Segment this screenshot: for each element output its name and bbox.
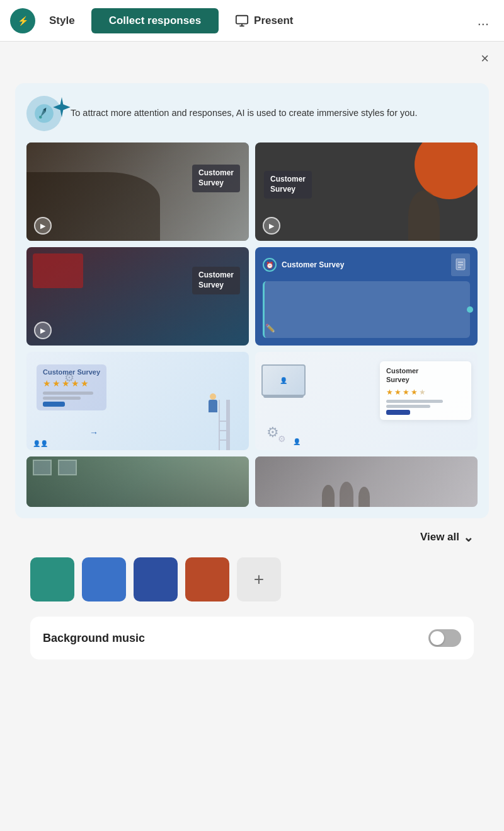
- template-card-8[interactable]: [255, 456, 478, 507]
- background-music-label: Background music: [43, 632, 145, 645]
- template-card-4[interactable]: ⏰ Customer Survey ✏️: [255, 247, 478, 346]
- monitor-illustration: 👤: [261, 364, 306, 396]
- template-card-7[interactable]: [26, 456, 249, 507]
- template-3-play-button[interactable]: ▶: [34, 322, 52, 339]
- template-1-overlay: CustomerSurvey: [26, 142, 249, 241]
- svg-rect-7: [456, 259, 465, 270]
- swatch-orange[interactable]: [185, 557, 229, 601]
- people-silhouettes: [322, 482, 370, 507]
- swatch-dark-blue[interactable]: [134, 557, 178, 601]
- template-2-overlay: CustomerSurvey: [255, 142, 478, 241]
- top-nav: ⚡ Style Collect responses Present ...: [0, 0, 504, 42]
- view-all-label: View all: [420, 531, 459, 543]
- template-card-1[interactable]: CustomerSurvey ▶: [26, 142, 249, 241]
- template-card-6[interactable]: 👤 CustomerSurvey ★ ★ ★ ★ ★: [255, 352, 478, 450]
- svg-point-6: [39, 115, 42, 119]
- close-button[interactable]: ×: [481, 52, 489, 66]
- color-swatches-row: +: [15, 552, 489, 614]
- background-music-row: Background music: [30, 617, 474, 660]
- style-button[interactable]: Style: [40, 9, 84, 32]
- svg-rect-2: [236, 15, 248, 23]
- template-2-play-button[interactable]: ▶: [263, 217, 280, 235]
- view-all-row[interactable]: View all ⌄: [15, 518, 489, 552]
- template-2-title: CustomerSurvey: [264, 171, 312, 198]
- template-4-title: Customer Survey: [282, 260, 446, 269]
- ai-banner: To attract more attention and responses,…: [26, 96, 478, 131]
- collect-responses-button[interactable]: Collect responses: [91, 8, 219, 33]
- toggle-knob: [430, 631, 444, 645]
- template-card-2[interactable]: CustomerSurvey ▶: [255, 142, 478, 241]
- present-button[interactable]: Present: [226, 9, 302, 33]
- swatch-blue[interactable]: [82, 557, 126, 601]
- template-1-title: CustomerSurvey: [192, 165, 240, 192]
- template-3-title: CustomerSurvey: [192, 267, 240, 294]
- clock-icon: ⏰: [263, 258, 277, 272]
- doc-icon: [451, 253, 470, 276]
- gear-icon: ⚙: [64, 371, 74, 385]
- app-logo: ⚡: [10, 8, 35, 33]
- large-gear-icon: ⚙: [266, 424, 279, 441]
- swatch-teal[interactable]: [30, 557, 74, 601]
- card4-dot: [467, 306, 473, 313]
- card4-content: [263, 281, 470, 338]
- card4-header: ⏰ Customer Survey: [255, 247, 478, 282]
- monitor-icon: [235, 14, 249, 28]
- background-music-toggle[interactable]: [428, 629, 461, 647]
- small-gear-icon: ⚙: [278, 434, 286, 444]
- template-card-5[interactable]: → Customer Survey ★ ★ ★ ★ ★: [26, 352, 249, 450]
- sparkle-icon: [52, 97, 60, 106]
- svg-text:⚡: ⚡: [18, 16, 29, 26]
- window-shape2: [58, 460, 77, 475]
- add-color-button[interactable]: +: [237, 557, 281, 601]
- more-options-button[interactable]: ...: [472, 8, 494, 34]
- styles-panel: To attract more attention and responses,…: [15, 83, 489, 518]
- card4-pencil-icon: ✏️: [265, 323, 275, 333]
- templates-grid: CustomerSurvey ▶ Cus: [26, 142, 478, 507]
- ai-icon: [26, 96, 62, 131]
- window-shape: [33, 460, 52, 475]
- template-card-3[interactable]: CustomerSurvey ▶: [26, 247, 249, 346]
- ai-banner-text: To attract more attention and responses,…: [71, 107, 478, 120]
- template-1-play-button[interactable]: ▶: [34, 217, 52, 235]
- template-3-overlay: CustomerSurvey: [26, 247, 249, 346]
- template-6-title: CustomerSurvey: [386, 366, 465, 385]
- chevron-down-icon: ⌄: [463, 530, 474, 545]
- main-content: × To attract more attention a: [0, 42, 504, 675]
